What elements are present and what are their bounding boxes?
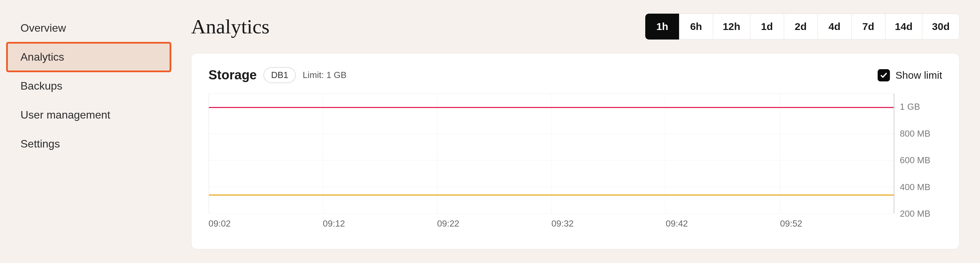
card-header: Storage DB1 Limit: 1 GB Show limit — [208, 67, 942, 83]
show-limit-label: Show limit — [896, 70, 942, 81]
chart-y-tick: 400 MB — [900, 182, 931, 192]
range-2d[interactable]: 2d — [784, 14, 818, 40]
limit-label: Limit: 1 GB — [303, 70, 347, 81]
chart-x-axis-row: 09:0209:1209:2209:3209:4209:52 — [208, 219, 942, 232]
card-title-group: Storage DB1 Limit: 1 GB — [208, 67, 347, 83]
chart-y-tick: 800 MB — [900, 128, 931, 139]
chart-y-axis: 1 GB800 MB600 MB400 MB200 MB — [894, 93, 942, 214]
chart-y-tick: 600 MB — [900, 155, 931, 166]
db-badge: DB1 — [263, 67, 296, 83]
sidebar: Overview Analytics Backups User manageme… — [0, 0, 177, 263]
chart-y-tick: 200 MB — [900, 209, 931, 219]
range-14d[interactable]: 14d — [885, 14, 923, 40]
chart-plot-area — [208, 93, 894, 214]
chart-limit-line — [209, 107, 894, 108]
main-content: Analytics 1h 6h 12h 1d 2d 4d 7d 14d 30d … — [177, 0, 980, 263]
range-1d[interactable]: 1d — [750, 14, 784, 40]
sidebar-item-backups[interactable]: Backups — [7, 71, 170, 100]
time-range-picker: 1h 6h 12h 1d 2d 4d 7d 14d 30d — [645, 14, 959, 40]
sidebar-item-overview[interactable]: Overview — [7, 14, 170, 43]
show-limit-toggle[interactable]: Show limit — [878, 69, 942, 81]
chart-x-tick: 09:12 — [323, 219, 345, 229]
sidebar-item-settings[interactable]: Settings — [7, 130, 170, 158]
range-30d[interactable]: 30d — [922, 14, 959, 40]
chart-x-tick: 09:42 — [666, 219, 688, 229]
range-1h[interactable]: 1h — [645, 14, 679, 40]
chart-hgrid — [209, 213, 894, 214]
range-12h[interactable]: 12h — [713, 14, 750, 40]
header-row: Analytics 1h 6h 12h 1d 2d 4d 7d 14d 30d — [191, 14, 959, 40]
range-6h[interactable]: 6h — [679, 14, 713, 40]
chart-x-tick: 09:02 — [208, 219, 231, 229]
x-axis-spacer — [894, 219, 942, 232]
chart-x-axis: 09:0209:1209:2209:3209:4209:52 — [208, 219, 894, 232]
chart-usage-line — [209, 195, 894, 196]
chart-x-tick: 09:22 — [437, 219, 459, 229]
chart-y-tick: 1 GB — [900, 101, 920, 112]
chart-x-tick: 09:52 — [780, 219, 802, 229]
range-7d[interactable]: 7d — [851, 14, 886, 40]
storage-card: Storage DB1 Limit: 1 GB Show limit 1 GB8… — [191, 53, 959, 249]
checkbox-checked-icon — [878, 69, 890, 81]
sidebar-item-analytics[interactable]: Analytics — [7, 43, 170, 71]
sidebar-item-user-management[interactable]: User management — [7, 100, 170, 130]
range-4d[interactable]: 4d — [818, 14, 852, 40]
card-title: Storage — [208, 68, 256, 82]
chart: 1 GB800 MB600 MB400 MB200 MB — [208, 93, 942, 214]
page-title: Analytics — [191, 15, 270, 38]
chart-x-tick: 09:32 — [551, 219, 574, 229]
